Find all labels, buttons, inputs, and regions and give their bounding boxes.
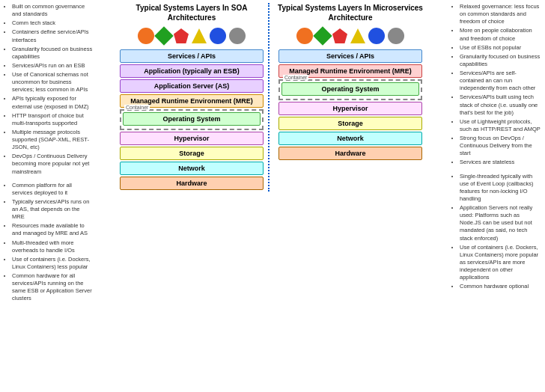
right-sidebar-item: Common hardware optional [460, 283, 541, 290]
right-sidebar-item: Single-threaded typically with use of Ev… [460, 173, 541, 203]
soa-network-layer: Network [120, 162, 264, 175]
left-sidebar-item: Common hardware for all services/APIs ru… [12, 272, 93, 303]
right-sidebar-item: Services/APIs are self-contained an can … [460, 70, 541, 92]
microservices-shapes-row [296, 25, 404, 46]
left-sidebar-item: Typically services/APIs runs on an AS, t… [12, 198, 93, 221]
left-sidebar-item: Comm tech stack [12, 19, 93, 27]
soa-container-label: Container [124, 105, 150, 110]
right-sidebar-item: Relaxed governance: less focus on common… [460, 3, 541, 25]
right-sidebar-item: More on people collaboration and freedom… [460, 27, 541, 42]
left-sidebar-item: Services/APIs run on an ESB [12, 62, 93, 70]
left-sidebar-item: HTTP transport of choice but multi-trans… [12, 112, 93, 127]
right-sidebar-item: Application Servers not really used: Pla… [460, 204, 541, 242]
soa-title: Typical Systems Layers In SOA Architectu… [120, 3, 264, 22]
left-sidebar-item: DevOps / Continuous Delivery becoming mo… [12, 153, 93, 175]
orange-circle-2-icon [296, 28, 313, 44]
left-sidebar-item: Multiple message protocols supported (SO… [12, 129, 93, 151]
soa-hypervisor-layer: Hypervisor [120, 132, 264, 145]
soa-hardware-layer: Hardware [120, 177, 264, 190]
right-sidebar-item: Services are stateless [460, 159, 541, 166]
micro-hypervisor-layer: Hypervisor [278, 102, 422, 115]
yellow-triangle-2-icon [350, 28, 365, 43]
left-sidebar-item: Use of Canonical schemas not uncommon fo… [12, 71, 93, 94]
right-sidebar-item: Use of Lightweight protocols, such as HT… [460, 118, 541, 133]
soa-services-layer: Services / APIs [120, 49, 264, 63]
blue-circle-icon [210, 28, 226, 44]
micro-os-layer: Operating System [281, 82, 419, 96]
blue-circle-2-icon [368, 28, 385, 44]
yellow-triangle-icon [192, 28, 207, 43]
diagrams-row: Typical Systems Layers In SOA Architectu… [99, 3, 446, 192]
green-diamond-icon [154, 26, 173, 45]
micro-container-wrapper: Container Operating System [278, 79, 422, 100]
left-sidebar-item: Built on common governance and standards [12, 3, 93, 18]
micro-storage-layer: Storage [278, 117, 422, 130]
left-sidebar-item: Use of containers (i.e. Dockers, Linux C… [12, 256, 93, 271]
right-sidebar: Relaxed governance: less focus on common… [448, 0, 545, 392]
soa-os-layer: Operating System [123, 112, 261, 126]
green-diamond-2-icon [313, 26, 332, 45]
right-sidebar-list-1: Relaxed governance: less focus on common… [452, 3, 541, 167]
micro-network-layer: Network [278, 132, 422, 145]
left-sidebar-item: Resources made available to and managed … [12, 222, 93, 237]
soa-shapes-row [138, 25, 246, 46]
left-sidebar-item: Containers define service/APIs interface… [12, 28, 93, 43]
micro-hardware-layer: Hardware [278, 147, 422, 160]
left-sidebar-list-2: Common platform for all services deploye… [4, 182, 93, 303]
left-sidebar-item: Multi-threaded with more overheads to ha… [12, 239, 93, 254]
right-sidebar-item: Use of ESBs not popular [460, 44, 541, 52]
center-content: Typical Systems Layers In SOA Architectu… [97, 0, 448, 392]
micro-container-label: Container [283, 75, 308, 80]
right-sidebar-item: Granularity focused on business capabili… [460, 53, 541, 68]
gray-circle-icon [229, 28, 246, 44]
right-sidebar-item: Strong focus on DevOps / Continuous Deli… [460, 135, 541, 157]
soa-diagram: Typical Systems Layers In SOA Architectu… [120, 3, 270, 192]
orange-circle-icon [138, 28, 154, 44]
left-sidebar-list-1: Built on common governance and standards… [4, 3, 93, 176]
gray-circle-2-icon [388, 28, 404, 44]
soa-appserver-layer: Application Server (AS) [120, 79, 264, 93]
micro-services-layer: Services / APIs [278, 49, 422, 63]
microservices-title: Typical Systems Layers In Microservices … [275, 3, 425, 22]
left-sidebar-item: Common platform for all services deploye… [12, 182, 93, 197]
left-sidebar-item: APIs typically exposed for external use … [12, 95, 93, 110]
soa-container-wrapper: Container Operating System [120, 109, 264, 130]
right-sidebar-list-2: Single-threaded typically with use of Ev… [452, 173, 541, 291]
red-pentagon-icon [174, 28, 189, 43]
microservices-diagram: Typical Systems Layers In Microservices … [275, 3, 425, 192]
right-sidebar-item: Services/APIs built using tech stack of … [460, 94, 541, 116]
right-sidebar-item: Use of containers (i.e. Dockers, Linux C… [460, 244, 541, 282]
left-sidebar: Built on common governance and standards… [0, 0, 97, 392]
red-pentagon-2-icon [332, 28, 347, 43]
soa-application-layer: Application (typically an ESB) [120, 64, 264, 78]
soa-storage-layer: Storage [120, 147, 264, 160]
main-container: Built on common governance and standards… [0, 0, 545, 392]
left-sidebar-item: Granularity focused on business capabili… [12, 46, 93, 61]
